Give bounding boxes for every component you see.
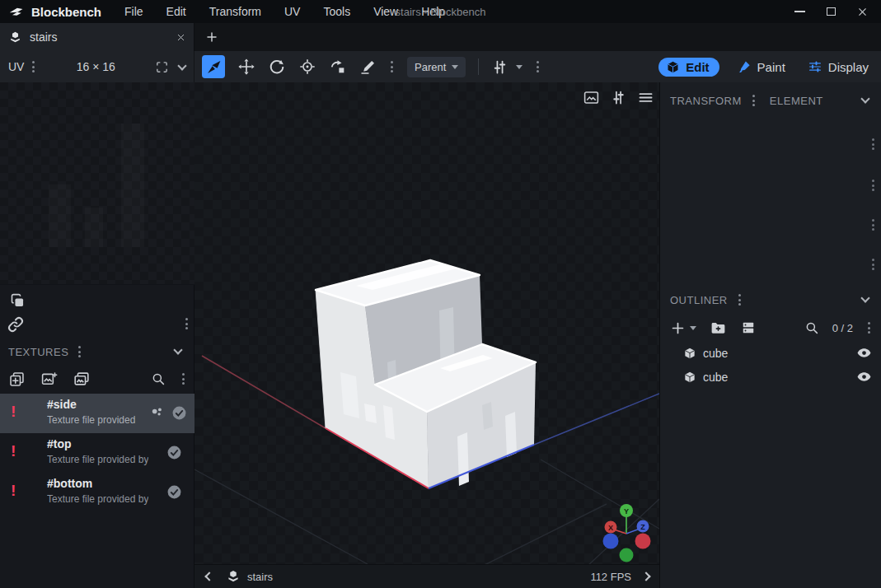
texture-row-top[interactable]: ! #top Texture file provided by	[0, 433, 194, 473]
rotate-tool-icon[interactable]	[268, 58, 286, 76]
texture-enabled-check-icon[interactable]	[166, 445, 182, 460]
create-texture-icon[interactable]	[8, 371, 26, 388]
outliner-row-cube-2[interactable]: cube	[660, 365, 881, 389]
left-panel: TEXTURES ! #side Texture file provided !	[0, 82, 194, 588]
copy-icon[interactable]	[9, 292, 26, 310]
visibility-eye-icon[interactable]	[856, 345, 872, 361]
gizmo-x-label: X	[608, 524, 613, 532]
vertex-snap-tool-icon[interactable]	[329, 58, 347, 76]
outliner-title[interactable]: OUTLINER	[670, 294, 728, 306]
view-gizmo[interactable]: Y X Z	[603, 504, 651, 562]
menu-tools[interactable]: Tools	[323, 5, 350, 18]
texture-name: #side	[47, 398, 77, 411]
menu-edit[interactable]: Edit	[166, 5, 186, 18]
gizmo-neg-z-ball[interactable]	[635, 534, 651, 549]
outliner-collapse-chevron[interactable]	[860, 293, 869, 302]
status-next-chevron[interactable]	[641, 572, 650, 581]
texture-row-bottom[interactable]: ! #bottom Texture file provided by	[0, 473, 194, 512]
transform-space-icon[interactable]	[491, 58, 508, 76]
texture-row-side[interactable]: ! #side Texture file provided	[0, 394, 194, 433]
texture-description: Texture file provided	[47, 414, 135, 426]
menu-uv[interactable]: UV	[284, 5, 300, 18]
import-texture-folder-icon[interactable]	[73, 370, 91, 388]
pivot-row-menu[interactable]	[870, 217, 876, 232]
stairs-model[interactable]	[316, 260, 536, 488]
uv-texture-shape	[121, 124, 144, 247]
add-cube-caret	[690, 326, 696, 330]
viewport-settings-icon[interactable]	[610, 89, 627, 106]
tab-label: stairs	[30, 30, 176, 44]
knife-tool-icon[interactable]	[359, 58, 377, 76]
model-face-detail	[457, 432, 469, 486]
menu-file[interactable]: File	[124, 5, 143, 18]
size-row-menu[interactable]	[870, 178, 876, 193]
close-tab-icon[interactable]	[176, 33, 185, 42]
textures-toolbar	[0, 364, 194, 394]
textures-menu[interactable]	[77, 344, 82, 359]
new-tab-button[interactable]	[203, 28, 221, 46]
background-image-icon[interactable]	[583, 89, 600, 106]
rotation-row-menu[interactable]	[870, 257, 876, 272]
menu-view[interactable]: View	[373, 5, 398, 18]
gizmo-neg-y-ball[interactable]	[620, 548, 634, 562]
mode-tab-edit[interactable]: Edit	[658, 58, 719, 77]
mode-tab-paint[interactable]: Paint	[732, 57, 790, 77]
mode-tab-display[interactable]: Display	[803, 57, 874, 77]
outliner-list-menu[interactable]	[866, 320, 872, 335]
texture-enabled-check-icon[interactable]	[171, 405, 187, 421]
fps-counter: 112 FPS	[590, 571, 631, 583]
project-tab-stairs[interactable]: stairs	[0, 23, 194, 51]
close-window-icon[interactable]	[857, 7, 868, 17]
outliner-view-toggle-icon[interactable]	[740, 320, 757, 336]
uv-panel-collapse-chevron[interactable]	[177, 61, 186, 70]
position-row-menu[interactable]	[870, 137, 876, 152]
scene-canvas[interactable]: Y X Z	[194, 82, 659, 564]
outliner-menu[interactable]	[737, 292, 743, 307]
status-prev-chevron[interactable]	[204, 572, 213, 581]
transform-menu[interactable]	[751, 93, 757, 108]
minimize-button[interactable]	[794, 11, 805, 12]
model-face-detail	[364, 404, 377, 423]
transform-title[interactable]: TRANSFORM	[670, 95, 742, 107]
particle-texture-icon[interactable]	[149, 405, 166, 422]
uv-fullscreen-icon[interactable]	[155, 60, 169, 74]
add-cube-button[interactable]	[670, 320, 696, 336]
menu-help[interactable]: Help	[421, 5, 445, 18]
menu-transform[interactable]: Transform	[209, 5, 261, 18]
add-group-folder-icon[interactable]	[710, 320, 727, 337]
uv-editor-canvas[interactable]	[0, 82, 194, 285]
viewport-menu-icon[interactable]	[637, 89, 654, 106]
transform-space-menu[interactable]	[535, 59, 541, 74]
texture-description: Texture file provided by	[47, 493, 148, 505]
texture-list: ! #side Texture file provided ! #top Tex…	[0, 394, 194, 512]
outliner-row-cube-1[interactable]: cube	[660, 341, 881, 365]
right-panel-collapse-chevron[interactable]	[860, 94, 869, 103]
uv-resolution[interactable]: 16 × 16	[36, 60, 155, 73]
mode-tabs: Edit Paint Display	[658, 51, 874, 82]
textures-list-menu[interactable]	[180, 371, 186, 386]
link-icon[interactable]	[6, 315, 26, 334]
transform-space-caret[interactable]	[516, 65, 523, 69]
missing-texture-warning-icon: !	[11, 403, 16, 421]
chevron-down-icon	[452, 65, 458, 69]
rotation-space-dropdown[interactable]: Parent	[407, 57, 466, 77]
project-tabbar: stairs	[0, 23, 881, 51]
resize-tool-icon[interactable]	[237, 58, 255, 76]
toolbar-overflow-menu[interactable]	[389, 59, 395, 74]
pivot-tool-icon[interactable]	[298, 58, 316, 76]
visibility-eye-icon[interactable]	[856, 369, 872, 385]
texture-name: #bottom	[47, 477, 92, 490]
outliner-list: cube cube	[660, 341, 881, 389]
uv-panel-menu[interactable]	[30, 59, 36, 74]
texture-enabled-check-icon[interactable]	[166, 484, 182, 500]
maximize-button[interactable]	[827, 7, 836, 16]
gizmo-neg-x-ball[interactable]	[603, 534, 619, 549]
search-outliner-icon[interactable]	[804, 320, 819, 335]
element-title[interactable]: ELEMENT	[770, 95, 823, 107]
search-textures-icon[interactable]	[151, 371, 166, 386]
viewport-3d[interactable]: Y X Z	[194, 82, 659, 564]
move-tool-button[interactable]	[202, 55, 225, 78]
import-texture-icon[interactable]	[40, 371, 58, 388]
textures-collapse-chevron[interactable]	[173, 345, 182, 354]
uv-side-menu[interactable]	[184, 316, 190, 331]
